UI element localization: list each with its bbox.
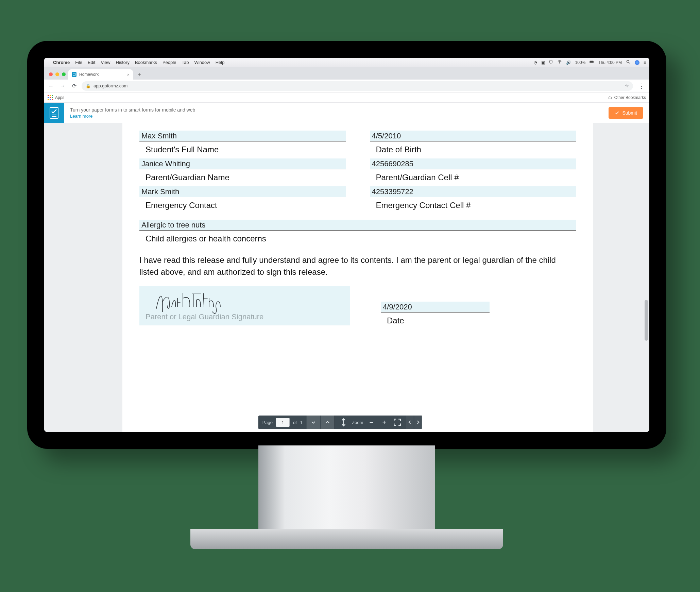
- tab-close-icon[interactable]: ×: [127, 72, 130, 77]
- status-shield-icon[interactable]: ⛉: [549, 60, 553, 65]
- svg-point-4: [627, 60, 629, 63]
- status-volume-icon[interactable]: 🔊: [566, 60, 571, 65]
- document-toolbar: Page of 1 Zoom − +: [258, 416, 422, 429]
- monitor-frame: Chrome File Edit View History Bookmarks …: [27, 41, 666, 449]
- parent-name-input[interactable]: Janice Whiting: [139, 158, 346, 169]
- tab-title: Homework: [79, 72, 99, 77]
- toolbar-prev-button[interactable]: [406, 416, 413, 429]
- bookmarks-bar: Apps 🗀 Other Bookmarks: [44, 92, 649, 103]
- monitor-stand: [258, 445, 435, 534]
- status-battery-icon[interactable]: [590, 60, 594, 65]
- browser-tab[interactable]: Homework ×: [68, 69, 133, 80]
- status-siri-icon[interactable]: [635, 60, 639, 65]
- status-clock[interactable]: Thu 4:00 PM: [598, 60, 622, 65]
- dob-input[interactable]: 4/5/2010: [370, 131, 577, 141]
- emergency-contact-input[interactable]: Mark Smith: [139, 186, 346, 197]
- page-label: Page: [262, 420, 273, 425]
- svg-point-0: [559, 63, 560, 63]
- parent-name-label: Parent/Guardian Name: [139, 169, 346, 182]
- emergency-cell-input[interactable]: 4253395722: [370, 186, 577, 197]
- chevron-left-icon: [407, 420, 412, 425]
- menu-file[interactable]: File: [75, 60, 82, 65]
- document-area: Max Smith Student's Full Name 4/5/2010 D…: [44, 123, 649, 432]
- page-number-input[interactable]: [276, 418, 290, 427]
- chevron-down-icon: [311, 420, 316, 425]
- release-text: I have read this release and fully under…: [139, 254, 576, 278]
- chevron-right-icon: [415, 420, 421, 425]
- menubar-app-name[interactable]: Chrome: [53, 60, 70, 65]
- screen: Chrome File Edit View History Bookmarks …: [44, 58, 649, 432]
- tab-favicon-icon: [72, 72, 76, 77]
- allergies-input[interactable]: Allergic to tree nuts: [139, 220, 576, 231]
- svg-rect-3: [594, 62, 594, 63]
- address-bar[interactable]: 🔒 app.goformz.com ☆: [82, 81, 633, 91]
- mac-menu-bar: Chrome File Edit View History Bookmarks …: [44, 58, 649, 67]
- menu-help[interactable]: Help: [216, 60, 225, 65]
- scrollbar-thumb[interactable]: [645, 300, 648, 341]
- menu-history[interactable]: History: [116, 60, 129, 65]
- window-maximize-button[interactable]: [62, 72, 66, 76]
- bookmark-star-icon[interactable]: ☆: [625, 83, 629, 88]
- signature-icon: [153, 288, 241, 315]
- zoom-in-button[interactable]: +: [379, 419, 389, 426]
- menu-view[interactable]: View: [101, 60, 110, 65]
- browser-toolbar: ← → ⟳ 🔒 app.goformz.com ☆ ⋮: [44, 80, 649, 92]
- page-total: 1: [300, 420, 303, 425]
- status-search-icon[interactable]: [626, 60, 631, 65]
- fullscreen-button[interactable]: [392, 418, 402, 427]
- status-control-center-icon[interactable]: ≡: [644, 60, 646, 65]
- parent-cell-label: Parent/Guardian Cell #: [370, 169, 577, 182]
- form-page: Max Smith Student's Full Name 4/5/2010 D…: [122, 123, 593, 432]
- folder-icon: 🗀: [608, 95, 612, 100]
- nav-reload-button[interactable]: ⟳: [70, 83, 78, 89]
- allergies-label: Child allergies or health concerns: [139, 231, 576, 243]
- check-icon: [615, 111, 619, 115]
- other-bookmarks[interactable]: Other Bookmarks: [614, 95, 646, 100]
- page-up-button[interactable]: [321, 416, 335, 429]
- menu-people[interactable]: People: [163, 60, 176, 65]
- lock-icon: 🔒: [86, 84, 91, 88]
- status-screen-icon[interactable]: ▣: [541, 60, 545, 65]
- status-battery-percent: 100%: [575, 60, 586, 65]
- url-text: app.goformz.com: [93, 83, 127, 88]
- learn-more-link[interactable]: Learn more: [70, 114, 195, 119]
- sign-date-input[interactable]: 4/9/2020: [381, 302, 490, 312]
- status-wifi-icon[interactable]: [557, 60, 562, 65]
- menu-bookmarks[interactable]: Bookmarks: [135, 60, 157, 65]
- menu-tab[interactable]: Tab: [182, 60, 189, 65]
- parent-cell-input[interactable]: 4256690285: [370, 158, 577, 169]
- page-down-button[interactable]: [307, 416, 320, 429]
- apps-icon[interactable]: [48, 95, 53, 100]
- emergency-cell-label: Emergency Contact Cell #: [370, 197, 577, 210]
- emergency-contact-label: Emergency Contact: [139, 197, 346, 210]
- window-minimize-button[interactable]: [55, 72, 59, 76]
- browser-tabstrip: Homework × +: [44, 67, 649, 80]
- nav-forward-button[interactable]: →: [58, 83, 67, 89]
- monitor-base: [190, 529, 503, 549]
- sign-date-label: Date: [381, 312, 490, 325]
- brand-logo[interactable]: [44, 103, 64, 123]
- svg-rect-2: [590, 61, 593, 63]
- zoom-out-button[interactable]: −: [366, 419, 376, 426]
- status-extension-icon[interactable]: ◔: [534, 60, 537, 65]
- chevron-up-icon: [325, 420, 330, 425]
- apps-label[interactable]: Apps: [55, 95, 64, 100]
- submit-label: Submit: [622, 110, 637, 116]
- submit-button[interactable]: Submit: [609, 107, 643, 119]
- window-close-button[interactable]: [49, 72, 53, 76]
- signature-placeholder: Parent or Legal Guardian Signature: [146, 312, 263, 321]
- toolbar-next-button[interactable]: [414, 416, 422, 429]
- nav-back-button[interactable]: ←: [47, 83, 55, 89]
- browser-menu-button[interactable]: ⋮: [636, 82, 647, 90]
- student-name-input[interactable]: Max Smith: [139, 131, 346, 141]
- student-name-label: Student's Full Name: [139, 141, 346, 154]
- app-header: Turn your paper forms in to smart forms …: [44, 103, 649, 123]
- signature-field[interactable]: Parent or Legal Guardian Signature: [139, 286, 350, 325]
- promo-text: Turn your paper forms in to smart forms …: [70, 107, 195, 113]
- new-tab-button[interactable]: +: [135, 70, 144, 79]
- fit-height-icon: [339, 418, 348, 427]
- menu-window[interactable]: Window: [194, 60, 210, 65]
- menu-edit[interactable]: Edit: [88, 60, 95, 65]
- fullscreen-icon: [392, 418, 402, 427]
- fit-height-button[interactable]: [339, 418, 348, 427]
